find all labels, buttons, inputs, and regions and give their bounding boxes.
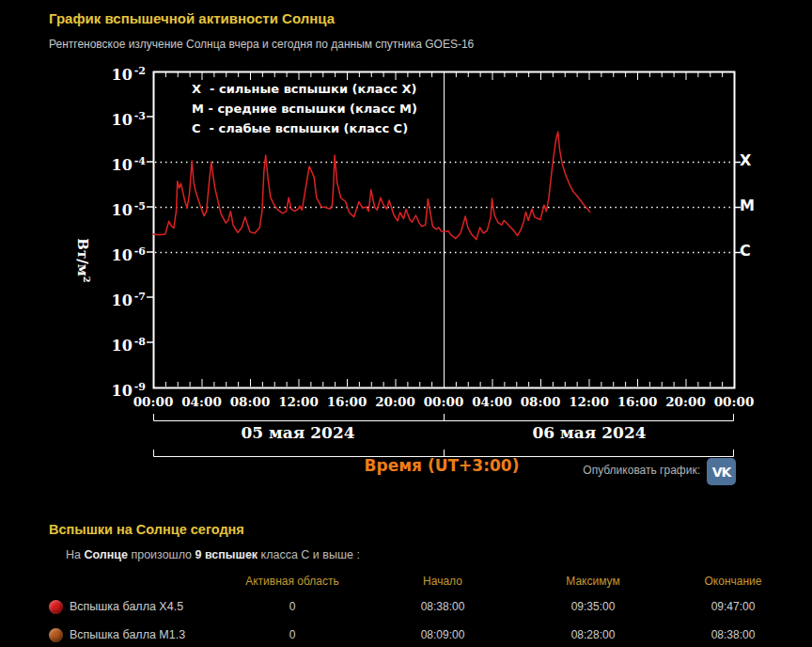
column-header-end: Окончание [668,575,798,588]
class-label-m: M [740,197,755,214]
flare-class-dot-icon [49,628,63,642]
day-label-1: 05 мая 2024 [204,423,392,442]
day-label-2: 06 мая 2024 [495,423,683,442]
table-row-flare-name: Вспышка балла M1.3 [49,628,217,642]
y-tick-label: 10-3 [55,106,146,131]
legend-item-x: X - сильные вспышки (класс X) [192,82,417,96]
flare-max: 08:28:00 [518,628,668,641]
flares-table: Активная область Начало Максимум Окончан… [49,570,798,647]
flare-region: 0 [217,628,367,641]
summary-count: 9 вспышек [195,548,258,561]
flare-start: 08:38:00 [367,600,518,613]
summary-text: класса C и выше : [258,548,360,561]
column-header-start: Начало [367,575,518,588]
column-header-max: Максимум [518,575,668,588]
flares-section-title: Вспышки на Солнце сегодня [49,522,244,537]
flare-region: 0 [217,600,367,613]
y-axis-title: Вт/м2 [74,238,92,282]
flare-class-dot-icon [49,600,63,614]
flare-name-label: Вспышка балла M1.3 [70,628,185,641]
flare-end: 08:38:00 [668,628,798,641]
column-header-region: Активная область [217,575,367,588]
y-tick-label: 10-4 [55,151,146,176]
y-tick-label: 10-5 [55,197,146,221]
class-label-c: C [740,242,751,260]
flare-start: 08:09:00 [367,628,518,641]
legend-item-c: C - слабые вспышки (класс C) [192,121,408,135]
y-tick-label: 10-8 [55,332,146,356]
vk-share-button[interactable]: VK [707,458,736,485]
class-label-x: X [740,151,751,169]
summary-text: произошло [128,548,195,561]
share-label: Опубликовать график: [583,464,700,477]
summary-sun: Солнце [84,548,127,561]
legend-item-m: M - средние вспышки (класс M) [192,102,417,116]
table-row-flare-name: Вспышка балла X4.5 [49,600,217,614]
y-tick-label: 10-7 [55,287,146,311]
flare-end: 09:47:00 [668,600,798,613]
flare-name-label: Вспышка балла X4.5 [70,600,183,613]
y-tick-label: 10-2 [55,61,146,86]
summary-text: На [66,548,84,561]
y-tick-label: 10-6 [55,242,146,266]
x-tick-label: 00:00 [706,394,762,409]
flare-max: 09:35:00 [518,600,668,613]
x-axis-title: Время (UT+3:00) [301,456,583,475]
flares-summary: На Солнце произошло 9 вспышек класса C и… [66,548,360,561]
